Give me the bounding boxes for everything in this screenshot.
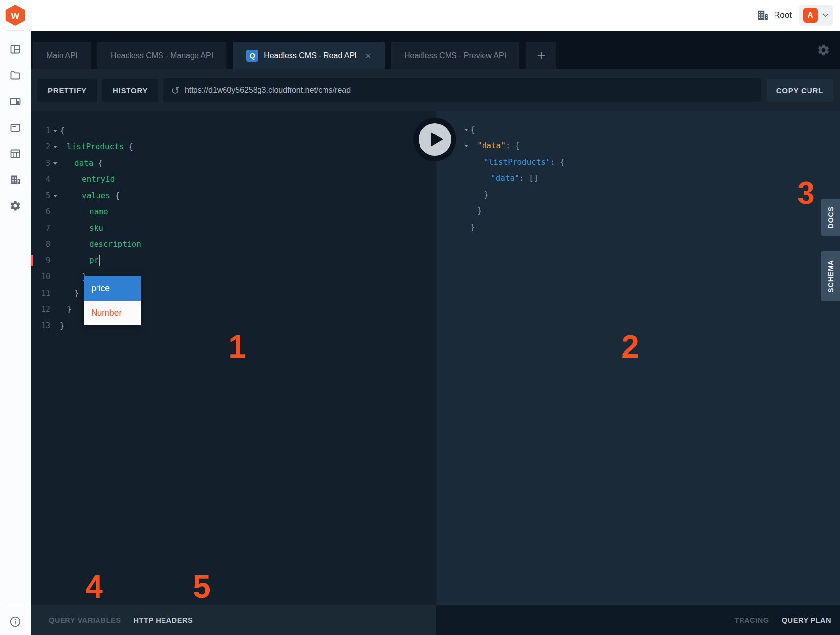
building-icon [756,9,769,22]
code-text: entryId [60,174,115,184]
document-icon[interactable] [9,122,21,134]
response-text: { [470,125,475,134]
prettify-button[interactable]: PRETTIFY [37,79,97,102]
response-text: "data": { [470,141,520,150]
response-line: } [436,186,840,202]
fold-spacer [50,325,60,326]
tab-label: Headless CMS - Preview API [404,51,506,60]
graphql-playground: Main APIHeadless CMS - Manage APIQHeadle… [31,31,840,635]
account-menu[interactable]: A [799,5,833,26]
footer-tab-http-headers[interactable]: HTTP HEADERS [134,616,193,624]
code-line: 5values { [31,187,436,203]
code-text: sku [60,223,103,233]
sidebar-divider [6,606,25,606]
info-icon[interactable] [9,615,22,628]
fold-spacer [50,276,60,277]
response-text: } [470,222,475,232]
query-editor[interactable]: 1{2listProducts {3data {4entryId5values … [31,111,436,605]
code-line: 9pr [31,252,436,268]
response-text: } [470,206,482,215]
line-number: 13 [31,321,50,330]
code-text: values { [60,191,120,200]
line-number: 7 [31,224,50,233]
settings-gear-icon[interactable] [817,43,830,57]
fold-spacer [50,244,60,245]
fold-spacer [462,162,470,163]
history-button[interactable]: HISTORY [102,79,158,102]
fold-spacer [50,211,60,212]
line-number: 12 [31,305,50,314]
response-footer-tabs: TRACINGQUERY PLAN [436,605,840,635]
response-panel: {"data": {"listProducts": {"data": []}}}… [436,111,840,605]
fold-spacer [462,178,470,179]
code-text: listProducts { [60,142,133,151]
building-icon[interactable] [9,174,21,186]
fold-spacer [50,260,60,261]
tab-label: Main API [46,51,78,60]
footer-tab-tracing[interactable]: TRACING [734,616,769,624]
line-number: 5 [31,191,50,200]
tab-headless-cms-read-api[interactable]: QHeadless CMS - Read API× [233,42,385,69]
avatar-initial: A [808,11,813,20]
gear-icon[interactable] [9,200,21,212]
line-number: 1 [31,126,50,135]
tab-list: Main APIHeadless CMS - Manage APIQHeadle… [33,42,519,69]
code-text: description [60,239,141,249]
response-text: } [470,190,489,199]
fold-arrow-icon[interactable] [50,129,60,132]
text-cursor [99,255,100,266]
line-number: 10 [31,272,50,281]
fold-spacer [462,227,470,228]
response-line: } [436,219,840,235]
endpoint-url-input[interactable]: ↺ https://d1w60y56258g3.cloudfront.net/c… [163,78,761,102]
fold-spacer [462,194,470,195]
editor-footer-tabs: QUERY VARIABLESHTTP HEADERS [31,605,436,635]
line-number: 9 [31,256,50,265]
tab-headless-cms-manage-api[interactable]: Headless CMS - Manage API [97,42,226,69]
fold-arrow-icon[interactable] [462,128,470,131]
autocomplete-option-price[interactable]: price [84,276,141,301]
line-number: 2 [31,142,50,151]
folder-icon[interactable] [9,69,21,81]
code-line: 4entryId [31,171,436,187]
fold-arrow-icon[interactable] [50,161,60,165]
side-tab-docs[interactable]: DOCS [821,199,840,236]
play-icon [431,132,443,147]
logo-letter: w [11,9,19,21]
autocomplete-option-number[interactable]: Number [84,301,141,325]
copy-curl-button[interactable]: COPY CURL [767,79,833,102]
tab-label: Headless CMS - Manage API [111,51,213,60]
fold-arrow-icon[interactable] [50,145,60,148]
chevron-down-icon [822,13,829,17]
code-text: name [60,207,108,216]
table-icon[interactable] [9,148,21,160]
footer-tab-query-plan[interactable]: QUERY PLAN [782,616,831,624]
tab-main-api[interactable]: Main API [33,42,91,69]
line-number: 11 [31,289,50,298]
app-sidebar: w [0,0,31,635]
top-bar: Root A [31,0,840,31]
code-text: } [60,272,87,281]
response-line: "listProducts": { [436,154,840,170]
code-text: { [60,126,65,135]
autocomplete-dropdown: priceNumber [84,276,141,325]
fold-spacer [50,179,60,180]
add-tab-button[interactable]: + [526,42,556,69]
fold-spacer [50,228,60,229]
page-layout-icon[interactable] [9,96,21,107]
reload-schema-icon[interactable]: ↺ [171,85,180,96]
fold-spacer [50,293,60,294]
code-line: 2listProducts { [31,138,436,155]
tab-headless-cms-preview-api[interactable]: Headless CMS - Preview API [391,42,519,69]
fold-arrow-icon[interactable] [50,194,60,197]
playground-content: 1{2listProducts {3data {4entryId5values … [31,111,840,605]
response-line: { [436,121,840,137]
tenant-label: Root [774,10,792,20]
footer-tab-query-variables[interactable]: QUERY VARIABLES [49,616,121,624]
close-icon[interactable]: × [365,50,371,61]
tab-label: Headless CMS - Read API [264,51,357,60]
fold-arrow-icon[interactable] [462,144,470,147]
split-layout-icon[interactable] [9,43,21,55]
execute-query-button[interactable] [413,118,456,161]
side-tab-schema[interactable]: SCHEMA [821,251,840,301]
